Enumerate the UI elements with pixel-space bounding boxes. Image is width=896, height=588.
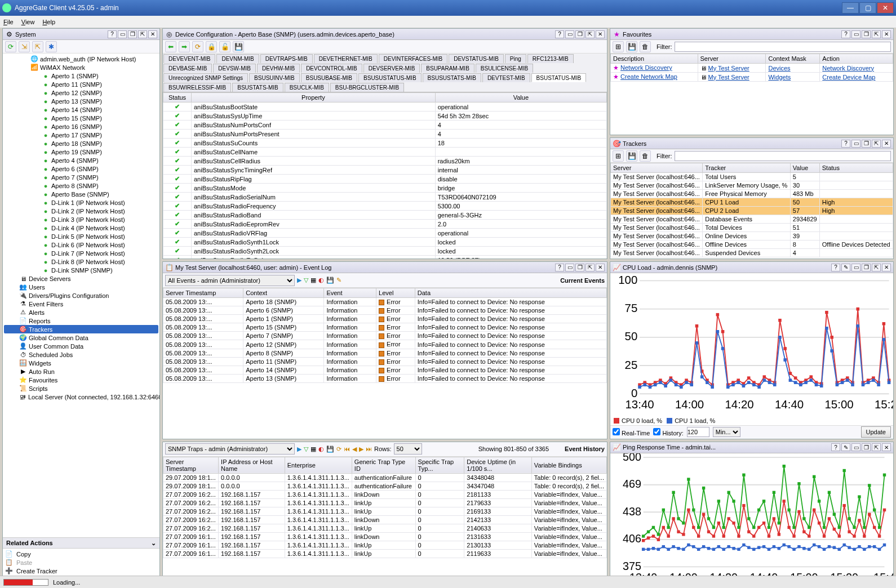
table-row[interactable]: 27.07.2009 16:2...192.168.1.1571.3.6.1.4…: [163, 507, 607, 515]
back-icon[interactable]: ⬅: [165, 41, 176, 52]
pin-icon[interactable]: ⇱: [872, 443, 881, 451]
minimize-button[interactable]: —: [842, 2, 859, 14]
tree-node[interactable]: 📶WiMAX Network: [4, 63, 158, 72]
table-row[interactable]: ✔aniBsuStatusModebridge: [163, 184, 607, 193]
restore-icon[interactable]: ❐: [862, 140, 871, 148]
pin-icon[interactable]: ⇱: [872, 30, 881, 38]
fav-link[interactable]: Network Discovery: [620, 64, 672, 71]
panel-close-icon[interactable]: ✕: [596, 30, 605, 38]
tree-node[interactable]: ⭐Favourites: [4, 376, 158, 384]
col-action[interactable]: Action: [820, 54, 893, 64]
mib-tab[interactable]: Unrecognized SNMP Settings: [163, 73, 248, 82]
tree-node[interactable]: ●Aperto 15 (SNMP): [4, 114, 158, 122]
expand-icon[interactable]: ⊞: [613, 41, 624, 52]
prev-icon[interactable]: ◀: [352, 446, 357, 453]
col-status[interactable]: Status: [819, 163, 893, 173]
col-data[interactable]: Data: [415, 288, 606, 298]
rows-select[interactable]: 50: [394, 443, 422, 455]
delete-icon[interactable]: 🗑: [640, 41, 651, 52]
pin-icon[interactable]: ⇱: [872, 264, 881, 271]
table-row[interactable]: 05.08.2009 13:...Aperto 7 (SNMP)Informat…: [163, 332, 607, 340]
fav-link[interactable]: Create Device Map: [822, 74, 875, 81]
col-timestamp[interactable]: Server Timestamp: [163, 288, 243, 298]
save-icon[interactable]: 💾: [326, 446, 334, 453]
table-row[interactable]: 27.07.2009 16:1...192.168.1.1571.3.6.1.4…: [163, 549, 607, 558]
mib-tab[interactable]: BSULICENSE-MIB: [476, 64, 533, 73]
panel-close-icon[interactable]: ✕: [882, 30, 891, 38]
fav-link[interactable]: My Test Server: [708, 65, 749, 72]
panel-close-icon[interactable]: ✕: [882, 264, 891, 271]
tree-node[interactable]: 🎯Trackers: [4, 325, 158, 333]
refresh-icon[interactable]: ⟳: [336, 446, 341, 453]
unlock-icon[interactable]: 🔓: [219, 41, 230, 52]
col-desc[interactable]: Description: [611, 54, 698, 64]
tree-node[interactable]: ●D-Link 3 (IP Network Host): [4, 215, 158, 224]
help-icon[interactable]: ?: [841, 140, 850, 148]
mib-tab[interactable]: BSUSTATUS-MIB: [531, 73, 587, 82]
table-row[interactable]: ✔aniBsuStatusRadioSerialNumT53RD0640N072…: [163, 193, 607, 202]
table-row[interactable]: ✔aniBsuStatusSyncTimingRefinternal: [163, 166, 607, 175]
fav-link[interactable]: Devices: [768, 65, 790, 72]
tree-node[interactable]: 🌍Global Common Data: [4, 333, 158, 342]
col-bindings[interactable]: Variable Bindings: [531, 457, 606, 473]
window-icon[interactable]: ▭: [565, 30, 574, 38]
table-row[interactable]: ★ Create Network Map🖥 My Test ServerWidg…: [611, 73, 893, 82]
tree-node[interactable]: 👤User Common Data: [4, 342, 158, 350]
tree-node[interactable]: ●Aperto 6 (SNMP): [4, 164, 158, 173]
table-row[interactable]: ✔aniBsuStatusRadioVRFlagoperational: [163, 229, 607, 238]
help-icon[interactable]: ?: [555, 264, 564, 271]
mib-tab[interactable]: DEVSW-MIB: [213, 64, 256, 73]
table-row[interactable]: 27.07.2009 16:2...192.168.1.1571.3.6.1.4…: [163, 524, 607, 532]
table-row[interactable]: My Test Server (localhost:646...CPU 2 Lo…: [611, 207, 893, 215]
tree-node[interactable]: ●Aperto 12 (SNMP): [4, 88, 158, 97]
col-event[interactable]: Event: [324, 288, 376, 298]
tree-node[interactable]: 🪟Widgets: [4, 359, 158, 367]
tree-node[interactable]: ●Aperto 19 (SNMP): [4, 148, 158, 156]
menu-file[interactable]: FFileile: [3, 19, 14, 25]
close-button[interactable]: ✕: [877, 2, 894, 14]
table-row[interactable]: 05.08.2009 13:...Aperto 13 (SNMP)Informa…: [163, 374, 607, 382]
col-specific-trap[interactable]: Specific Trap Typ...: [415, 457, 464, 473]
mib-tab[interactable]: BSUSTATS-MIB: [232, 83, 283, 92]
mib-tab[interactable]: BSUSUINV-MIB: [249, 73, 300, 82]
mib-tab[interactable]: BSUSUSTATS-MIB: [423, 73, 481, 82]
related-actions-header[interactable]: Related Actions ⌄: [3, 537, 159, 549]
restore-icon[interactable]: ❐: [575, 264, 584, 271]
tree-node[interactable]: ⚗Event Filters: [4, 300, 158, 308]
tree-node[interactable]: 📜Scripts: [4, 384, 158, 393]
expand-icon[interactable]: ⇲: [19, 41, 30, 52]
tree-node[interactable]: ●D-Link 6 (IP Network Host): [4, 240, 158, 249]
collapse-icon[interactable]: ⇱: [32, 41, 43, 52]
pin-icon[interactable]: ⇱: [585, 264, 595, 271]
mib-tab[interactable]: BSU-BRGCLUSTER-MIB: [330, 83, 404, 92]
table-row[interactable]: ✔aniBsuStatusNumPortsConf4: [163, 121, 607, 130]
table-row[interactable]: 27.07.2009 16:2...192.168.1.1571.3.6.1.4…: [163, 515, 607, 524]
tree-node[interactable]: ⚠Alerts: [4, 308, 158, 317]
mib-tab[interactable]: BSUCLK-MIB: [285, 83, 329, 92]
tree-node[interactable]: ●Aperto 8 (SNMP): [4, 181, 158, 190]
mib-tab[interactable]: Ping: [505, 54, 526, 63]
related-action[interactable]: 📄Copy: [5, 550, 157, 558]
restore-icon[interactable]: ❐: [128, 30, 137, 38]
table-row[interactable]: ✔aniBsuStatusRadioBandgeneral-5-3GHz: [163, 211, 607, 220]
panel-close-icon[interactable]: ✕: [882, 443, 891, 451]
tree-node[interactable]: ●D-Link SNMP (SNMP): [4, 266, 158, 274]
expand-icon[interactable]: ⊞: [613, 150, 624, 162]
table-row[interactable]: My Test Server (localhost:646...Total De…: [611, 224, 893, 232]
mib-tab[interactable]: DEVTRAPS-MIB: [260, 54, 313, 63]
table-row[interactable]: My Test Server (localhost:646...LinkServ…: [611, 181, 893, 190]
table-row[interactable]: 05.08.2009 13:...Aperto 8 (SNMP)Informat…: [163, 349, 607, 357]
clear-icon[interactable]: ✎: [336, 277, 341, 284]
table-row[interactable]: My Test Server (localhost:646...CPU 1 Lo…: [611, 198, 893, 207]
tree-node[interactable]: ●D-Link 7 (IP Network Host): [4, 249, 158, 257]
table-row[interactable]: My Test Server (localhost:646...Offline …: [611, 240, 893, 249]
mib-tab[interactable]: DEVCONTROL-MIB: [301, 64, 362, 73]
tree-node[interactable]: ●Aperto 11 (SNMP): [4, 80, 158, 88]
tree-node[interactable]: 👥Users: [4, 283, 158, 291]
mib-tab[interactable]: DEVNM-MIB: [216, 54, 259, 63]
window-icon[interactable]: ▭: [851, 140, 860, 148]
table-row[interactable]: 05.08.2009 13:...Aperto 11 (SNMP)Informa…: [163, 357, 607, 366]
table-row[interactable]: 29.07.2009 18:1...0.0.0.01.3.6.1.4.1.311…: [163, 482, 607, 490]
tree-node[interactable]: ●Aperto 17 (SNMP): [4, 131, 158, 139]
traps-filter-select[interactable]: SNMP Traps - admin (Administrator): [165, 443, 295, 455]
